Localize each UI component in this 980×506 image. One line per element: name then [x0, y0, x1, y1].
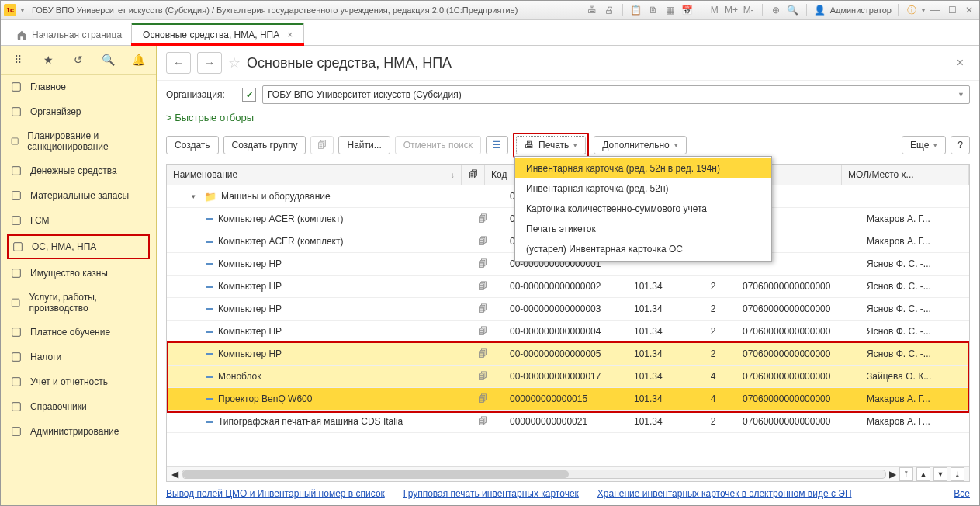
find-button[interactable]: Найти... [338, 136, 390, 154]
calendar-icon[interactable]: 📅 [680, 3, 694, 17]
print-menu-item-1[interactable]: Инвентарная карточка (ред. 52н) [515, 178, 771, 199]
table-row[interactable]: Компьютер HP🗐00-000000000000003101.34207… [167, 298, 969, 321]
sidebar-item-6[interactable]: ОС, НМА, НПА [7, 234, 150, 259]
table-row[interactable]: Проектор BenQ W600🗐000000000000015101.34… [167, 388, 969, 411]
tab-active[interactable]: Основные средства, НМА, НПА × [131, 23, 304, 46]
scroll-right-icon[interactable]: ▶ [889, 469, 896, 480]
m-plus-button[interactable]: M+ [725, 3, 739, 17]
row-inv [736, 261, 861, 267]
sidebar-item-5[interactable]: ГСМ [1, 208, 156, 233]
row-mol: Макаров А. Г... [861, 233, 969, 250]
zoom-icon[interactable]: 🔍 [786, 3, 800, 17]
sidebar-bell-icon[interactable]: 🔔 [124, 50, 153, 69]
tab-home[interactable]: Начальная страница [7, 25, 131, 45]
print-button[interactable]: 🖶 Печать ▾ [516, 136, 586, 154]
sidebar-star-icon[interactable]: ★ [34, 50, 63, 69]
info-caret[interactable]: ▾ [922, 7, 925, 14]
col-mol[interactable]: МОЛ/Место х... [842, 165, 969, 185]
doc-icon[interactable]: 🗎 [646, 3, 660, 17]
footer-link-2[interactable]: Групповая печать инвентарных карточек [403, 488, 579, 499]
nav-forward-button[interactable]: → [197, 52, 222, 74]
horizontal-scrollbar[interactable]: ◀ ▶ ⤒ ▲ ▼ ⤓ [167, 466, 969, 481]
print-icon[interactable]: 🖶 [585, 3, 599, 17]
list-view-button[interactable]: ☰ [486, 136, 508, 154]
table-row[interactable]: Типографская печатная машина CDS Italia🗐… [167, 411, 969, 433]
sidebar-item-13[interactable]: Администрирование [1, 419, 156, 444]
sidebar-item-12[interactable]: Справочники [1, 394, 156, 419]
print2-icon[interactable]: 🖨 [602, 3, 616, 17]
col-name[interactable]: Наименование↓ [167, 165, 462, 185]
item-icon [206, 308, 213, 310]
nav-first-icon[interactable]: ⤒ [899, 467, 913, 481]
zoom-in-icon[interactable]: ⊕ [769, 3, 783, 17]
favorite-star-icon[interactable]: ☆ [228, 54, 241, 71]
sidebar-item-3[interactable]: Денежные средства [1, 158, 156, 183]
collapse-icon[interactable]: ▾ [192, 192, 199, 200]
org-checkbox[interactable]: ✔ [242, 88, 256, 102]
m-minus-button[interactable]: M- [742, 3, 756, 17]
sidebar-item-4[interactable]: Материальные запасы [1, 183, 156, 208]
sidebar-menu-icon[interactable]: ⠿ [4, 50, 33, 69]
row-qty: 2 [690, 323, 736, 340]
table-row[interactable]: Компьютер HP🗐00-000000000000004101.34207… [167, 321, 969, 343]
filters-toggle[interactable]: > Быстрые отборы [157, 109, 979, 130]
clipboard-icon[interactable]: 📋 [629, 3, 643, 17]
row-qty: 2 [690, 413, 736, 430]
sidebar-item-11[interactable]: Учет и отчетность [1, 369, 156, 394]
nav-last-icon[interactable]: ⤓ [951, 467, 964, 481]
m-button[interactable]: M [708, 3, 722, 17]
row-qty: 2 [690, 278, 736, 295]
more-actions-button[interactable]: Дополнительно ▾ [594, 136, 686, 154]
table-row[interactable]: Моноблок🗐00-000000000000017101.344070600… [167, 366, 969, 388]
col-copy[interactable]: 🗐 [462, 165, 485, 185]
print-menu-item-2[interactable]: Карточка количественно-суммового учета [515, 199, 771, 219]
sidebar-item-10[interactable]: Налоги [1, 345, 156, 369]
svg-rect-9 [12, 328, 21, 337]
sidebar-item-9[interactable]: Платное обучение [1, 320, 156, 345]
row-mol: Яснов Ф. С. -... [861, 255, 969, 272]
scroll-track[interactable] [182, 470, 886, 479]
nav-down-icon[interactable]: ▼ [933, 467, 947, 481]
scroll-thumb[interactable] [182, 470, 569, 478]
table-row[interactable]: Компьютер HP🗐00-000000000000005101.34207… [167, 343, 969, 366]
print-menu-item-0[interactable]: Инвентарная карточка (ред. 52н в ред. 19… [515, 158, 771, 178]
table-row[interactable]: Компьютер HP🗐00-000000000000002101.34207… [167, 276, 969, 298]
org-label: Организация: [166, 89, 236, 100]
minimize-icon[interactable]: — [928, 3, 942, 17]
create-group-button[interactable]: Создать группу [223, 136, 306, 154]
sidebar-item-1[interactable]: Органайзер [1, 99, 156, 124]
sidebar-search-icon[interactable]: 🔍 [94, 50, 123, 69]
app-menu-caret[interactable]: ▼ [19, 7, 26, 14]
sidebar-item-0[interactable]: Главное [1, 75, 156, 99]
create-button[interactable]: Создать [166, 136, 219, 154]
sidebar-item-8[interactable]: Услуги, работы, производство [1, 286, 156, 320]
sidebar-item-label: Материальные запасы [30, 190, 129, 201]
user-name[interactable]: Администратор [830, 5, 892, 15]
grid-icon[interactable]: ▦ [663, 3, 677, 17]
more-button[interactable]: Еще ▾ [902, 136, 946, 154]
sort-icon: ↓ [451, 171, 455, 179]
footer-link-3[interactable]: Хранение инвентарных карточек в электрон… [597, 488, 852, 499]
window-close-icon[interactable]: ✕ [962, 3, 976, 17]
close-page-icon[interactable]: × [951, 56, 970, 70]
print-menu-item-3[interactable]: Печать этикеток [515, 219, 771, 239]
footer-link-all[interactable]: Все [954, 488, 970, 499]
sidebar-item-2[interactable]: Планирование и санкционирование [1, 124, 156, 158]
item-icon [206, 263, 213, 265]
nav-back-button[interactable]: ← [166, 52, 191, 74]
scroll-left-icon[interactable]: ◀ [171, 469, 178, 480]
user-icon[interactable]: 👤 [813, 3, 827, 17]
maximize-icon[interactable]: ☐ [945, 3, 959, 17]
info-icon[interactable]: ⓘ [905, 3, 919, 17]
page-title: Основные средства, НМА, НПА [247, 55, 452, 71]
sidebar-icon [10, 425, 23, 438]
nav-up-icon[interactable]: ▲ [916, 467, 930, 481]
footer-link-1[interactable]: Вывод полей ЦМО и Инвентарный номер в сп… [166, 488, 385, 499]
tab-close-icon[interactable]: × [287, 29, 293, 40]
sidebar-history-icon[interactable]: ↺ [64, 50, 93, 69]
row-mol: Яснов Ф. С. -... [861, 300, 969, 317]
org-select[interactable]: ГОБУ ВПО Университет искусств (Субсидия)… [262, 85, 970, 104]
help-button[interactable]: ? [951, 136, 970, 154]
print-menu-item-4[interactable]: (устарел) Инвентарная карточка ОС [515, 239, 771, 259]
sidebar-item-7[interactable]: Имущество казны [1, 261, 156, 286]
